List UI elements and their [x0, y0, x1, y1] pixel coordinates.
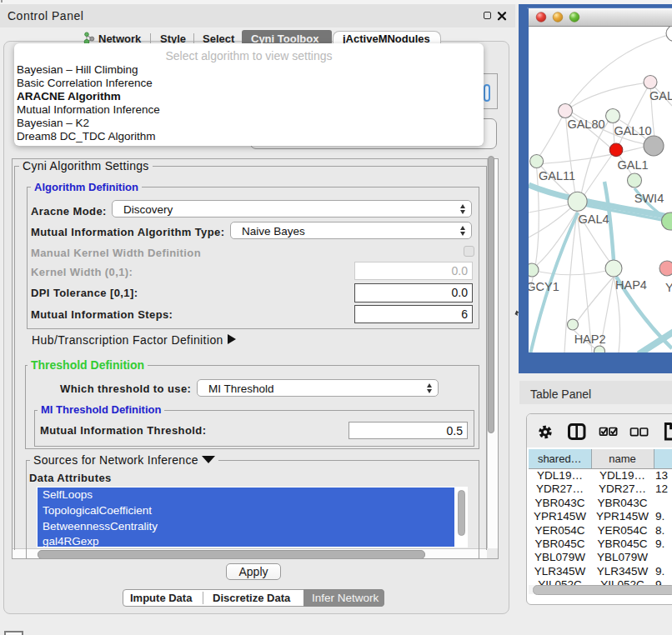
- svg-text:GAL11: GAL11: [539, 169, 575, 182]
- svg-text:GAL10: GAL10: [614, 124, 651, 138]
- svg-text:GAL4: GAL4: [578, 212, 609, 226]
- svg-text:GAL1: GAL1: [617, 158, 648, 172]
- svg-text:HAP2: HAP2: [574, 332, 606, 346]
- svg-text:GAL: GAL: [649, 89, 672, 102]
- svg-text:GCY1: GCY1: [526, 280, 559, 293]
- svg-text:SWI4: SWI4: [634, 192, 664, 205]
- svg-text:Y: Y: [665, 281, 672, 294]
- svg-text:GAL80: GAL80: [567, 118, 604, 131]
- svg-text:HAP4: HAP4: [615, 278, 647, 292]
